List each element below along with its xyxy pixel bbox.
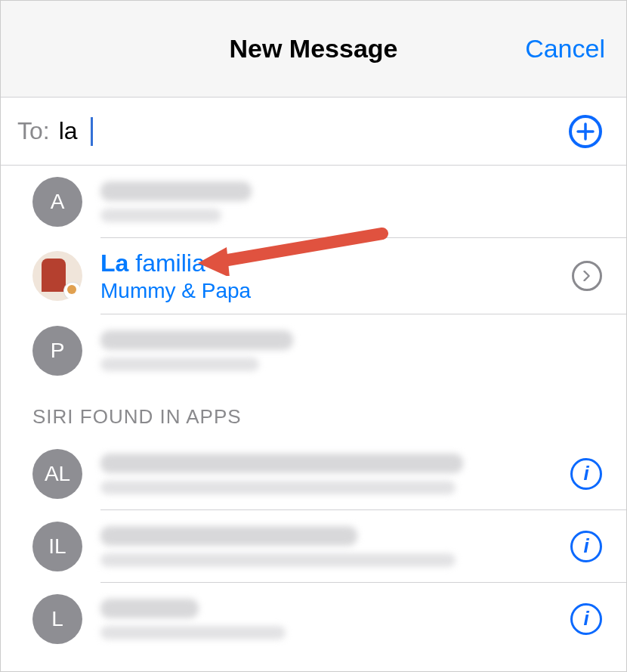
blurred-detail (100, 553, 456, 567)
contact-text (100, 178, 610, 225)
contact-text: La familia Mummy & Papa (100, 249, 572, 303)
siri-suggestion-row[interactable]: AL i (1, 438, 626, 510)
text-cursor (91, 117, 93, 146)
contact-suggestion-row[interactable]: P (1, 314, 626, 387)
to-field-row[interactable]: To: la (1, 98, 626, 166)
avatar: L (32, 594, 82, 644)
info-icon: i (583, 462, 588, 485)
info-icon: i (583, 607, 588, 630)
avatar: IL (32, 522, 82, 571)
contact-text (100, 451, 570, 497)
add-contact-button[interactable] (569, 115, 602, 148)
blurred-name (100, 181, 252, 201)
blurred-name (100, 330, 293, 350)
blurred-detail (100, 209, 221, 222)
avatar: P (32, 326, 82, 376)
info-icon: i (583, 534, 588, 558)
avatar: AL (32, 449, 82, 499)
modal-header: New Message Cancel (1, 1, 626, 98)
contact-text (100, 523, 570, 570)
siri-suggestion-row[interactable]: L i (1, 583, 626, 655)
chevron-right-icon (582, 271, 592, 281)
contact-suggestions-list: A La familia Mummy & Papa (1, 166, 626, 387)
siri-suggestions-list: AL i IL i L i (1, 438, 626, 655)
avatar-image (32, 251, 82, 301)
blurred-name (100, 599, 199, 618)
disclosure-button[interactable] (572, 261, 602, 291)
contact-name: La familia (100, 249, 572, 277)
plus-icon (576, 122, 595, 141)
info-button[interactable]: i (570, 531, 602, 562)
contact-text (100, 596, 570, 643)
blurred-detail (100, 481, 456, 494)
contact-suggestion-row-highlighted[interactable]: La familia Mummy & Papa (1, 238, 626, 314)
to-input[interactable]: la (59, 117, 89, 145)
blurred-detail (100, 358, 259, 371)
cancel-button[interactable]: Cancel (525, 34, 605, 63)
contact-subtitle: Mummy & Papa (100, 279, 572, 303)
blurred-detail (100, 626, 286, 639)
to-input-wrap: la (59, 117, 569, 146)
info-button[interactable]: i (570, 458, 602, 490)
contact-text (100, 327, 610, 374)
blurred-name (100, 454, 463, 473)
blurred-name (100, 526, 357, 546)
siri-suggestion-row[interactable]: IL i (1, 510, 626, 583)
page-title: New Message (230, 34, 398, 63)
to-label: To: (17, 117, 50, 145)
contact-suggestion-row[interactable]: A (1, 166, 626, 238)
avatar: A (32, 177, 82, 227)
info-button[interactable]: i (570, 603, 602, 635)
siri-section-header: SIRI FOUND IN APPS (1, 387, 626, 438)
